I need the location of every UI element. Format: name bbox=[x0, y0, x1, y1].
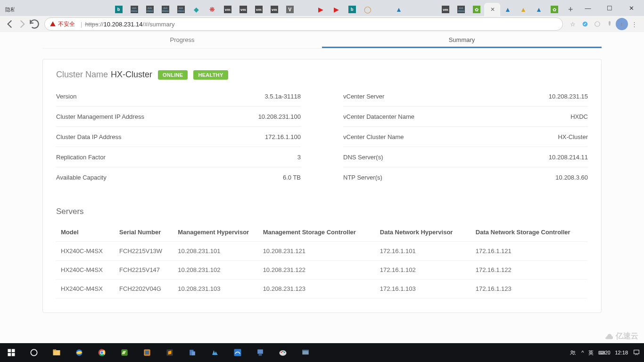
table-header: Model bbox=[56, 223, 115, 242]
taskbar-vsphere-icon[interactable] bbox=[113, 343, 136, 362]
browser-tab[interactable]: ▶ bbox=[313, 3, 329, 16]
new-tab-button[interactable]: + bbox=[564, 3, 577, 16]
browser-tab[interactable]: ▲ bbox=[516, 3, 531, 16]
extension-icon[interactable] bbox=[603, 18, 616, 30]
table-row: HX240C-M4SXFCH2215V13W10.208.231.10110.2… bbox=[56, 242, 588, 261]
url-path: /#/summary bbox=[143, 21, 175, 28]
taskbar-wireshark-icon[interactable] bbox=[226, 343, 249, 362]
browser-tab[interactable]: ▭ bbox=[64, 3, 80, 16]
browser-tab[interactable]: b bbox=[344, 3, 360, 16]
taskbar-sublime-icon[interactable] bbox=[158, 343, 181, 362]
table-cell: 172.16.1.103 bbox=[375, 280, 471, 298]
browser-tab[interactable]: ✿ bbox=[469, 3, 484, 16]
notifications-icon[interactable] bbox=[633, 349, 640, 356]
browser-tab-strip: 隐私▭▭▭▭▭▭bılıılıciscoılıılıciscoılıılıcis… bbox=[0, 0, 644, 16]
taskbar-app-icon[interactable] bbox=[181, 343, 204, 362]
nav-forward-button[interactable] bbox=[16, 18, 28, 30]
browser-tab[interactable]: ▭ bbox=[80, 3, 95, 16]
close-icon[interactable]: ✕ bbox=[490, 6, 495, 13]
browser-tab[interactable]: ılıılıcisco bbox=[173, 3, 189, 16]
browser-tab[interactable]: ✿ bbox=[547, 3, 562, 16]
browser-tab[interactable]: ▭ bbox=[422, 3, 438, 16]
taskbar-paint-icon[interactable] bbox=[272, 343, 294, 362]
browser-tab[interactable]: ▲ bbox=[391, 3, 406, 16]
extension-icon[interactable] bbox=[591, 18, 603, 30]
detail-label: vCenter Server bbox=[343, 93, 384, 100]
browser-tab[interactable]: V bbox=[282, 3, 297, 16]
browser-tab[interactable]: ▭ bbox=[406, 3, 422, 16]
detail-row: Available Capacity6.0 TB bbox=[56, 167, 301, 187]
browser-tab[interactable]: vm bbox=[235, 3, 251, 16]
browser-tab[interactable]: ▭ bbox=[375, 3, 391, 16]
bookmark-star-icon[interactable]: ☆ bbox=[567, 18, 579, 30]
browser-tab[interactable]: ▭✕ bbox=[484, 3, 500, 16]
tray-chevron-icon[interactable]: ^ bbox=[581, 350, 584, 355]
table-header-row: ModelSerial NumberManagement HypervisorM… bbox=[56, 223, 588, 242]
detail-value: HX-Cluster bbox=[558, 133, 588, 140]
browser-tab[interactable]: b bbox=[111, 3, 126, 16]
browser-tab[interactable]: ▲ bbox=[500, 3, 516, 16]
taskbar-clock[interactable]: 12:18 bbox=[615, 350, 628, 355]
window-minimize-button[interactable]: — bbox=[577, 0, 599, 16]
browser-menu-button[interactable]: ⋮ bbox=[628, 18, 640, 30]
taskbar-file-explorer-icon[interactable] bbox=[45, 343, 68, 362]
browser-tab[interactable]: ılıılıcisco bbox=[453, 3, 469, 16]
browser-tab[interactable]: ▭ bbox=[49, 3, 64, 16]
taskbar-app-icon[interactable] bbox=[294, 343, 317, 362]
window-close-button[interactable]: ✕ bbox=[620, 0, 642, 16]
taskbar-vm-icon[interactable] bbox=[136, 343, 158, 362]
taskbar-app-icon[interactable] bbox=[204, 343, 226, 362]
detail-value: 10.208.214.11 bbox=[549, 154, 588, 161]
page-tabs: Progress Summary bbox=[42, 32, 602, 49]
browser-tab[interactable]: ▭ bbox=[297, 3, 313, 16]
table-cell: 10.208.231.122 bbox=[258, 261, 375, 280]
browser-tab[interactable]: ılıılıcisco bbox=[126, 3, 142, 16]
browser-tab[interactable]: vm bbox=[438, 3, 453, 16]
detail-label: Cluster Management IP Address bbox=[56, 113, 144, 120]
table-cell: FCH2215V13W bbox=[115, 242, 173, 261]
browser-tab[interactable]: ▭ bbox=[17, 3, 33, 16]
taskbar-app-icon[interactable] bbox=[249, 343, 272, 362]
browser-tab[interactable]: 隐私 bbox=[2, 3, 17, 16]
cluster-details-left: Version3.5.1a-31118Cluster Management IP… bbox=[56, 86, 301, 187]
browser-tab[interactable]: ▲ bbox=[531, 3, 547, 16]
window-maximize-button[interactable]: ☐ bbox=[599, 0, 620, 16]
browser-tab[interactable]: ılıılıcisco bbox=[157, 3, 173, 16]
browser-tab[interactable]: ❋ bbox=[204, 3, 220, 16]
browser-tab[interactable]: ▶ bbox=[329, 3, 344, 16]
browser-tab[interactable]: vm bbox=[266, 3, 282, 16]
detail-value: 3 bbox=[297, 154, 301, 161]
start-button[interactable] bbox=[0, 343, 23, 362]
taskbar-ie-icon[interactable] bbox=[68, 343, 91, 362]
browser-tab[interactable]: ▭ bbox=[33, 3, 49, 16]
people-icon[interactable] bbox=[569, 349, 577, 356]
browser-tab[interactable]: ◆ bbox=[189, 3, 204, 16]
extension-icon[interactable] bbox=[579, 18, 591, 30]
table-row: HX240C-M4SXFCH2215V14710.208.231.10210.2… bbox=[56, 261, 588, 280]
browser-tab[interactable]: ▭ bbox=[95, 3, 111, 16]
browser-tab[interactable]: ◯ bbox=[360, 3, 375, 16]
profile-button[interactable]: r bbox=[616, 18, 628, 30]
cluster-details-grid: Version3.5.1a-31118Cluster Management IP… bbox=[56, 86, 588, 187]
table-cell: HX240C-M4SX bbox=[56, 261, 115, 280]
browser-tab[interactable]: vm bbox=[251, 3, 266, 16]
ime-mode[interactable]: ⌨20 bbox=[598, 351, 610, 355]
browser-tab[interactable]: ılıılıcisco bbox=[142, 3, 157, 16]
ime-lang[interactable]: 英 bbox=[588, 349, 594, 356]
svg-rect-21 bbox=[234, 349, 241, 356]
table-header: Data Network Storage Controller bbox=[471, 223, 588, 242]
table-cell: HX240C-M4SX bbox=[56, 242, 115, 261]
detail-value: 10.208.231.15 bbox=[549, 93, 588, 100]
tab-progress[interactable]: Progress bbox=[42, 32, 322, 48]
detail-row: Version3.5.1a-31118 bbox=[56, 86, 301, 107]
table-cell: 172.16.1.121 bbox=[471, 242, 588, 261]
nav-refresh-button[interactable] bbox=[28, 18, 41, 30]
table-cell: 172.16.1.123 bbox=[471, 280, 588, 298]
nav-back-button[interactable] bbox=[4, 18, 16, 30]
browser-tab[interactable]: vm bbox=[220, 3, 235, 16]
detail-value: 3.5.1a-31118 bbox=[264, 93, 301, 100]
tab-summary[interactable]: Summary bbox=[322, 32, 602, 48]
taskbar-chrome-icon[interactable] bbox=[91, 343, 113, 362]
cortana-button[interactable] bbox=[23, 343, 45, 362]
url-input[interactable]: 不安全 | https://10.208.231.14/#/summary bbox=[44, 17, 563, 31]
